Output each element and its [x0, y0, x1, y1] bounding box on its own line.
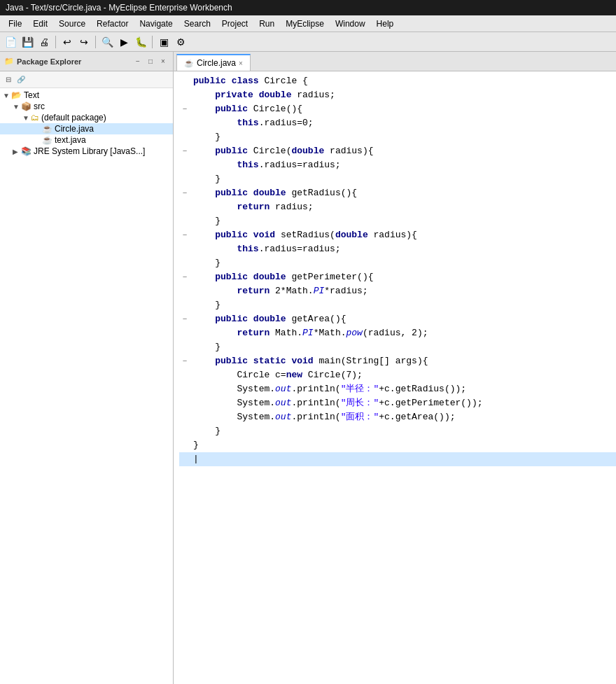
code-line-20: } [179, 340, 616, 354]
toolbar-new[interactable]: 📄 [3, 34, 18, 50]
tree-label-textjava: text.java [55, 135, 86, 145]
line-content-28: | [190, 452, 616, 466]
fold-6[interactable]: − [179, 144, 190, 158]
pkg-toolbar: ⊟ 🔗 [0, 71, 173, 88]
menu-source[interactable]: Source [53, 18, 91, 30]
fold-9[interactable]: − [179, 186, 190, 200]
tab-label: Circle.java [197, 58, 236, 68]
fold-16 [179, 284, 190, 298]
menu-window[interactable]: Window [330, 18, 371, 30]
code-line-1: public class Circle { [179, 74, 616, 88]
fold-19 [179, 326, 190, 340]
tree-label-text: Text [24, 90, 39, 100]
fold-14 [179, 256, 190, 270]
java-file2-icon: ☕ [42, 135, 52, 145]
fold-12[interactable]: − [179, 228, 190, 242]
toolbar: 📄 💾 🖨 ↩ ↪ 🔍 ▶ 🐛 ▣ ⚙ [0, 32, 616, 52]
line-content-26: } [190, 424, 616, 438]
fold-25 [179, 410, 190, 424]
toolbar-sep-3 [152, 36, 153, 48]
maximize-panel-btn[interactable]: □ [145, 56, 156, 67]
code-line-8: } [179, 172, 616, 186]
menu-project[interactable]: Project [216, 18, 253, 30]
toolbar-run[interactable]: ▶ [116, 34, 132, 50]
line-content-5: } [190, 130, 616, 144]
right-panel: ☕ Circle.java × public class Circle { pr… [174, 52, 616, 684]
pkg-tree: ▼ 📂 Text ▼ 📦 src ▼ 🗂 (default package) ☕… [0, 88, 173, 684]
minimize-panel-btn[interactable]: − [132, 56, 144, 67]
fold-1[interactable] [179, 74, 190, 88]
tree-label-circle: Circle.java [55, 124, 94, 134]
tab-circle-java[interactable]: ☕ Circle.java × [176, 54, 251, 71]
code-line-14: } [179, 256, 616, 270]
code-line-28[interactable]: | [179, 452, 616, 466]
tab-close-btn[interactable]: × [239, 60, 243, 67]
fold-20 [179, 340, 190, 354]
menu-help[interactable]: Help [371, 18, 400, 30]
toolbar-redo[interactable]: ↪ [76, 34, 92, 50]
toolbar-debug[interactable]: 🐛 [133, 34, 148, 50]
menu-refactor[interactable]: Refactor [91, 18, 134, 30]
code-line-9: − public double getRadius(){ [179, 186, 616, 200]
menu-edit[interactable]: Edit [27, 18, 53, 30]
code-line-27: } [179, 438, 616, 452]
line-content-9: public double getRadius(){ [190, 186, 616, 200]
line-content-18: public double getArea(){ [190, 312, 616, 326]
toolbar-print[interactable]: 🖨 [36, 34, 52, 50]
tree-item-default-pkg[interactable]: ▼ 🗂 (default package) [0, 112, 173, 123]
fold-21[interactable]: − [179, 354, 190, 368]
arrow-circle [34, 125, 41, 133]
fold-8 [179, 172, 190, 186]
panel-actions: − □ × [132, 56, 169, 67]
toolbar-settings[interactable]: ⚙ [173, 34, 188, 50]
code-line-13: this.radius=radius; [179, 242, 616, 256]
editor-tabs: ☕ Circle.java × [174, 52, 616, 71]
src-icon: 📦 [21, 102, 31, 111]
code-line-24: System.out.println("周长："+c.getPerimeter(… [179, 396, 616, 410]
pkg-icon: 📁 [4, 57, 14, 66]
tree-item-jre[interactable]: ▶ 📚 JRE System Library [JavaS...] [0, 146, 173, 157]
menu-file[interactable]: File [3, 18, 27, 30]
code-line-26: } [179, 424, 616, 438]
code-line-16: return 2*Math.PI*radius; [179, 284, 616, 298]
tree-item-circle-java[interactable]: ☕ Circle.java [0, 123, 173, 134]
fold-18[interactable]: − [179, 312, 190, 326]
line-content-19: return Math.PI*Math.pow(radius, 2); [190, 326, 616, 340]
fold-3[interactable]: − [179, 102, 190, 116]
code-line-6: − public Circle(double radius){ [179, 144, 616, 158]
tree-item-text[interactable]: ▼ 📂 Text [0, 90, 173, 101]
close-panel-btn[interactable]: × [158, 56, 169, 67]
tree-item-src[interactable]: ▼ 📦 src [0, 101, 173, 112]
line-content-20: } [190, 340, 616, 354]
fold-10 [179, 200, 190, 214]
pkg-collapse-btn[interactable]: ⊟ [3, 74, 14, 85]
menu-search[interactable]: Search [178, 18, 216, 30]
arrow-textjava [34, 137, 41, 144]
tree-label-src: src [34, 102, 45, 111]
toolbar-console[interactable]: ▣ [156, 34, 172, 50]
fold-17 [179, 298, 190, 312]
menu-bar: File Edit Source Refactor Navigate Searc… [0, 15, 616, 32]
toolbar-undo[interactable]: ↩ [59, 34, 75, 50]
tree-item-text-java[interactable]: ☕ text.java [0, 134, 173, 146]
code-line-19: return Math.PI*Math.pow(radius, 2); [179, 326, 616, 340]
code-content: public class Circle { private double rad… [174, 74, 616, 466]
code-line-17: } [179, 298, 616, 312]
menu-navigate[interactable]: Navigate [134, 18, 178, 30]
toolbar-save[interactable]: 💾 [20, 34, 35, 50]
package-explorer-title: 📁 Package Explorer [4, 57, 81, 66]
fold-13 [179, 242, 190, 256]
line-content-15: public double getPerimeter(){ [190, 270, 616, 284]
code-editor[interactable]: public class Circle { private double rad… [174, 71, 616, 684]
toolbar-sep-1 [55, 36, 56, 48]
code-line-4: this.radius=0; [179, 116, 616, 130]
menu-myeclipse[interactable]: MyEclipse [280, 18, 330, 30]
fold-15[interactable]: − [179, 270, 190, 284]
fold-4 [179, 116, 190, 130]
pkg-link-btn[interactable]: 🔗 [15, 74, 27, 85]
package-explorer-header: 📁 Package Explorer − □ × [0, 52, 173, 71]
toolbar-search[interactable]: 🔍 [99, 34, 115, 50]
line-content-7: this.radius=radius; [190, 158, 616, 172]
project-icon: 📂 [11, 90, 22, 100]
menu-run[interactable]: Run [253, 18, 280, 30]
